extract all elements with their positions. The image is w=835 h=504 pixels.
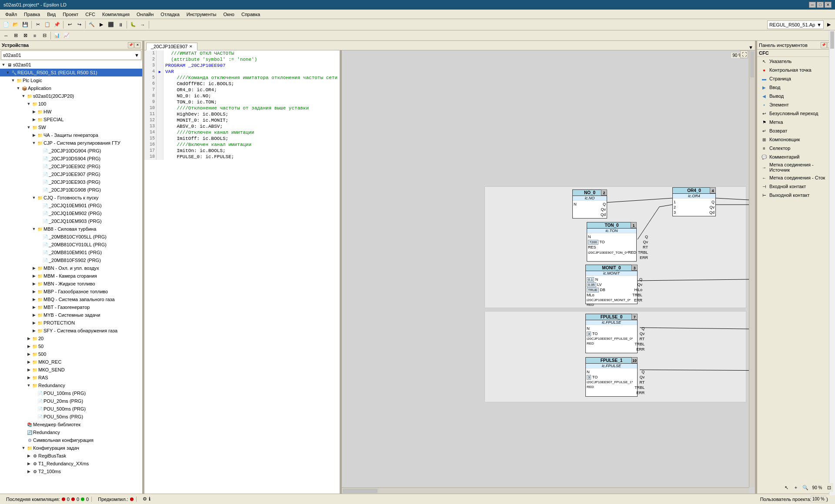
close-button[interactable]: ✕ bbox=[825, 2, 832, 8]
stop-btn[interactable]: ⬛ bbox=[107, 20, 115, 29]
device-select[interactable]: s02as01 ▼ bbox=[1, 50, 141, 60]
tool-comment[interactable]: 💬 Комментарий bbox=[757, 153, 835, 161]
tree-item-500[interactable]: ▶ 📁 500 bbox=[0, 350, 142, 358]
cfc-canvas[interactable]: 1 Основная логика 2 Основная логика 3 Си… bbox=[342, 50, 755, 494]
cfc-hscroll-thumb[interactable] bbox=[343, 489, 377, 493]
block-or4[interactable]: OR4_0 4 ic.OR4 1 2 3 Q Qv Qd bbox=[672, 187, 716, 216]
tab-nav-dropdown[interactable]: ▼ bbox=[748, 45, 755, 50]
tree-item-prg4[interactable]: 📄 _20CJP10EE907 (PRG) bbox=[0, 170, 142, 178]
tree-item-100[interactable]: ▼ 📁 100 bbox=[0, 100, 142, 108]
block-fpulse0[interactable]: FPULSE_0 7 ic.FPULSE N 3 TO i20CJP10EE90… bbox=[585, 314, 638, 353]
fit-screen-btn[interactable]: ⛶ bbox=[740, 50, 748, 58]
tree-item-prg10[interactable]: 📄 _20MB810CY005LL (PRG) bbox=[0, 233, 142, 241]
tree-item-mbp[interactable]: ▶ 📁 MBP - Газообразное топливо bbox=[0, 288, 142, 295]
redo-btn[interactable]: ↪ bbox=[75, 20, 84, 29]
t2-btn6[interactable]: 📊 bbox=[53, 31, 61, 40]
tree-item-lib-mgr[interactable]: 📚 Менеджер библиотек bbox=[0, 421, 142, 428]
tool-dst-conn[interactable]: ← Метка соединения - Сток bbox=[757, 173, 835, 182]
tree-item-mbn2[interactable]: ▶ 📁 MBN - Жидкое топливо bbox=[0, 280, 142, 288]
pause-btn[interactable]: ⏸ bbox=[116, 20, 125, 29]
cfc-scroll-thumb[interactable] bbox=[750, 51, 754, 77]
tool-in-contact[interactable]: ⊣ Входной контакт bbox=[757, 182, 835, 191]
select-mode-btn[interactable]: ↖ bbox=[782, 483, 791, 492]
new-btn[interactable]: 📄 bbox=[2, 20, 10, 29]
tool-element[interactable]: ▪ Элемент bbox=[757, 100, 835, 109]
tab-close-btn[interactable]: ✕ bbox=[189, 44, 193, 49]
block-no0[interactable]: NO_0 2 ic.NO N Q Qv Qd bbox=[572, 189, 607, 219]
t2-btn5[interactable]: ⊟ bbox=[40, 31, 49, 40]
build-btn[interactable]: 🔨 bbox=[87, 20, 96, 29]
tree-item-s02as01[interactable]: ▼ 🖥 s02as01 bbox=[0, 61, 142, 69]
tree-item-mbm[interactable]: ▶ 📁 МВМ - Камера сгорания bbox=[0, 272, 142, 280]
t2-btn7[interactable]: 📈 bbox=[62, 31, 71, 40]
tree-item-prg8[interactable]: 📄 _20CJQ10EM902 (PRG) bbox=[0, 209, 142, 217]
zoom-fit-btn[interactable]: ⊡ bbox=[825, 483, 833, 492]
menu-edit[interactable]: Правка bbox=[20, 11, 43, 18]
dropdown-go-btn[interactable]: ▶ bbox=[825, 20, 833, 29]
tool-label[interactable]: ⚑ Метка bbox=[757, 118, 835, 126]
tool-input[interactable]: ▶ Ввод bbox=[757, 83, 835, 92]
tool-component[interactable]: ⊞ Компоновщик bbox=[757, 135, 835, 144]
left-close-btn[interactable]: ✕ bbox=[134, 42, 140, 48]
tree-item-pou-50ms[interactable]: 📄 POU_50ms (PRG) bbox=[0, 413, 142, 421]
tree-item-t2-100ms[interactable]: ▶ ⚙ T2_100ms bbox=[0, 468, 142, 475]
menu-compile[interactable]: Компиляция bbox=[99, 11, 133, 18]
tool-jump[interactable]: ↩ Безусловный переход bbox=[757, 109, 835, 118]
code-content[interactable]: 1 ///ИМИТАТ ОТКЛ ЧАСТОТЫ2 (attribute 'sy… bbox=[144, 50, 340, 494]
tree-item-mbq[interactable]: ▶ 📁 MBQ - Система запального газа bbox=[0, 295, 142, 303]
tree-item-prg11[interactable]: 📄 _20MB810CY010LL (PRG) bbox=[0, 241, 142, 249]
tree-item-prg13[interactable]: 📄 _20MB810FS902 (PRG) bbox=[0, 256, 142, 264]
cut-btn[interactable]: ✂ bbox=[33, 20, 42, 29]
tree-item-special[interactable]: ▶ 📁 SPECIAL bbox=[0, 116, 142, 123]
menu-project[interactable]: Проект bbox=[59, 11, 82, 18]
tree-item-regibus[interactable]: ▶ ⚙ RegiBusTask bbox=[0, 452, 142, 460]
tree-item-s02as01-20cjp20[interactable]: ▼ 📁 s02as01(20CJP20) bbox=[0, 92, 142, 100]
tree-item-cjq[interactable]: ▼ 📁 CJQ - Готовность к пуску bbox=[0, 194, 142, 202]
tool-page[interactable]: ▬ Страница bbox=[757, 74, 835, 83]
tree-item-prg9[interactable]: 📄 _20CJQ10EM903 (PRG) bbox=[0, 217, 142, 225]
tab-20cjp10ee907[interactable]: _20CJP10EE907 ✕ bbox=[146, 43, 197, 50]
block-monit0[interactable]: MONIT_0 3 ic.MONIT 0.1 N 0.05 LV TRUE DB… bbox=[585, 265, 638, 304]
menu-debug[interactable]: Отладка bbox=[157, 11, 183, 18]
block-fpulse1[interactable]: FPULSE_1 10 ic.FPULSE N 3 TO i20CJP10EE9… bbox=[585, 357, 638, 397]
tree-item-mko-rec[interactable]: ▶ 📁 МКО_REC bbox=[0, 358, 142, 366]
step-btn[interactable]: → bbox=[138, 20, 147, 29]
copy-btn[interactable]: 📋 bbox=[43, 20, 52, 29]
tree-item-prg5[interactable]: 📄 _20CJP10EE903 (PRG) bbox=[0, 178, 142, 186]
open-btn[interactable]: 📂 bbox=[11, 20, 20, 29]
run-btn[interactable]: ▶ bbox=[97, 20, 106, 29]
menu-file[interactable]: Файл bbox=[2, 11, 20, 18]
tree-item-pou-500ms[interactable]: 📄 POU_500ms (PRG) bbox=[0, 405, 142, 413]
menu-help[interactable]: Справка bbox=[238, 11, 264, 18]
tree-item-sw[interactable]: ▼ 📁 SW bbox=[0, 123, 142, 131]
tree-item-mb8[interactable]: ▼ 📁 MB8 - Силовая турбина bbox=[0, 225, 142, 233]
tree-item-pou-20ms[interactable]: 📄 POU_20ms (PRG) bbox=[0, 397, 142, 405]
tree-item-sfy[interactable]: ▶ 📁 SFY - Система обнаружения газа bbox=[0, 327, 142, 335]
tree-item-pou-100ms[interactable]: 📄 POU_100ms (PRG) bbox=[0, 389, 142, 397]
tree-item-myb[interactable]: ▶ 📁 MYB - Системные задачи bbox=[0, 311, 142, 319]
tree-item-mbn[interactable]: ▶ 📁 MBN - Охл. и упл. воздух bbox=[0, 264, 142, 272]
tree-item-t1-redundancy[interactable]: ▶ ⚙ T1_Redundancy_XXms bbox=[0, 460, 142, 468]
tool-breakpoint[interactable]: ● Контрольная точка bbox=[757, 66, 835, 74]
tool-output[interactable]: ◀ Вывод bbox=[757, 92, 835, 100]
tool-pointer[interactable]: ↖ Указатель bbox=[757, 57, 835, 66]
menu-online[interactable]: Онлайн bbox=[133, 11, 157, 18]
tree-item-cjp[interactable]: ▼ 📁 CJP - Система регулирования ГТУ bbox=[0, 139, 142, 147]
tree-item-cha[interactable]: ▶ 📁 ЧА - Защиты генератора bbox=[0, 131, 142, 139]
tree-item-ras[interactable]: ▶ 📁 RAS bbox=[0, 374, 142, 381]
device-dropdown[interactable]: REGUL_R500_51.Ap ▼ bbox=[767, 20, 824, 29]
tree-item-redundancy-folder[interactable]: ▼ 📁 Redundancy bbox=[0, 381, 142, 389]
device-tree[interactable]: ▼ 🖥 s02as01 ▼ 🔧 REGUL_R500_S1 (REGUL R50… bbox=[0, 61, 142, 494]
tree-item-prg7[interactable]: 📄 _20CJQ10EM901 (PRG) bbox=[0, 202, 142, 209]
tree-item-protection[interactable]: ▶ 📁 PROTECTION bbox=[0, 319, 142, 327]
tree-item-hw[interactable]: ▶ 📁 HW bbox=[0, 108, 142, 116]
zoom-out-btn[interactable]: 🔍 bbox=[801, 483, 810, 492]
cfc-hscrollbar[interactable] bbox=[342, 487, 749, 494]
t2-btn4[interactable]: ≡ bbox=[30, 31, 39, 40]
tree-item-task-config[interactable]: ▼ 📁 Конфигурация задач bbox=[0, 444, 142, 452]
menu-cfc[interactable]: CFC bbox=[82, 11, 99, 18]
menu-window[interactable]: Окно bbox=[220, 11, 238, 18]
minimize-button[interactable]: ─ bbox=[809, 2, 816, 8]
save-btn[interactable]: 💾 bbox=[21, 20, 30, 29]
tree-item-regul[interactable]: ▼ 🔧 REGUL_R500_S1 (REGUL R500 S1) bbox=[0, 69, 142, 76]
